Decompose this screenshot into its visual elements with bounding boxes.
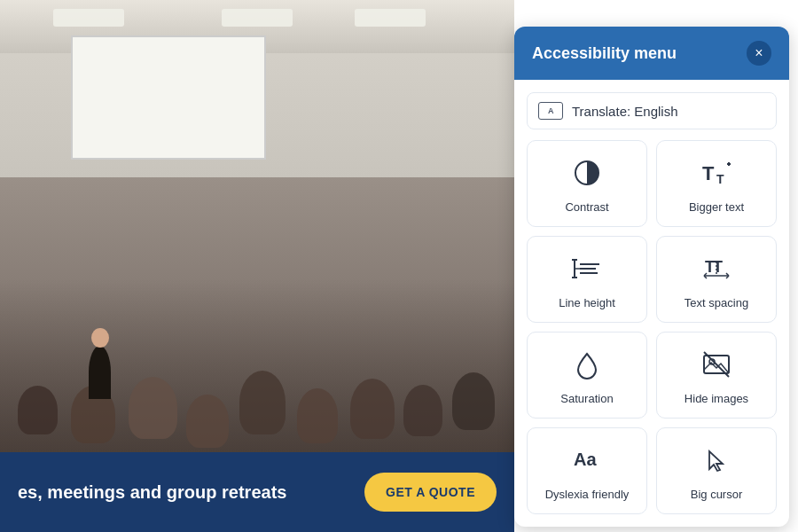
projection-screen [71,35,266,160]
svg-text:T: T [702,162,715,184]
panel-body: A Translate: English Contrast T [514,80,789,527]
svg-text:T: T [716,172,724,186]
hide-images-option[interactable]: Hide images [656,332,777,419]
line-height-option[interactable]: Line height [527,236,647,323]
big-cursor-option[interactable]: Big cursor [656,427,777,514]
line-height-icon [571,253,603,289]
close-button[interactable]: × [747,41,771,66]
panel-header: Accessibility menu × [514,27,789,80]
text-spacing-label: Text spacing [685,296,748,309]
accessibility-panel: Accessibility menu × A Translate: Englis… [514,27,789,527]
panel-title: Accessibility menu [532,44,677,63]
dyslexia-option[interactable]: Aa Dyslexia friendly [527,427,647,514]
line-height-label: Line height [559,296,615,309]
get-quote-button[interactable]: GET A QUOTE [364,473,497,512]
translate-label: Translate: English [572,104,678,119]
banner-text: es, meetings and group retreats [18,482,347,503]
translate-icon: A [538,102,563,120]
big-cursor-icon [700,444,732,481]
saturation-label: Saturation [560,392,613,405]
hide-images-icon [700,348,732,385]
hide-images-label: Hide images [685,392,748,405]
bottom-banner: es, meetings and group retreats GET A QU… [0,452,514,532]
bigger-text-label: Bigger text [689,200,744,214]
svg-text:T: T [713,258,723,276]
text-spacing-icon: T T [700,253,732,289]
contrast-icon [571,157,603,193]
text-spacing-option[interactable]: T T Text spacing [656,236,777,323]
dyslexia-label: Dyslexia friendly [545,488,630,501]
bigger-text-icon: T T [700,157,732,193]
svg-text:Aa: Aa [574,450,597,469]
translate-option[interactable]: A Translate: English [527,92,777,129]
options-grid: Contrast T T Bigger text [527,140,777,514]
bigger-text-option[interactable]: T T Bigger text [656,140,777,227]
big-cursor-label: Big cursor [691,488,743,501]
contrast-label: Contrast [565,200,608,214]
dyslexia-icon: Aa [571,444,603,481]
contrast-option[interactable]: Contrast [527,140,647,227]
saturation-option[interactable]: Saturation [527,332,647,419]
saturation-icon [571,348,603,385]
